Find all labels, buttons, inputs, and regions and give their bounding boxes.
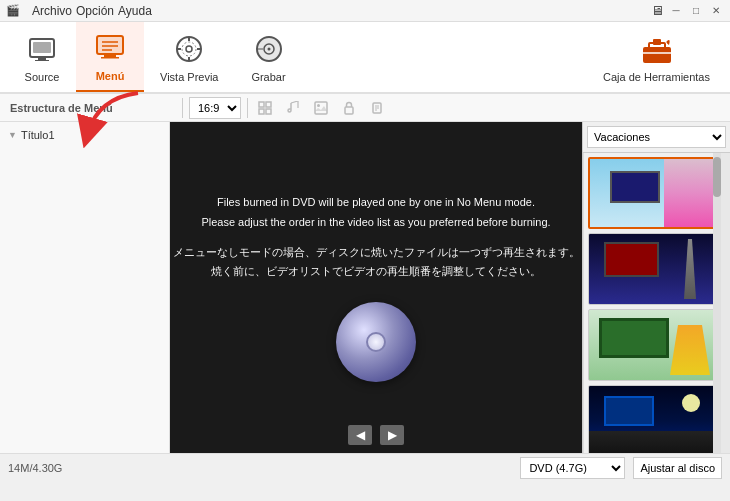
vista-previa-button[interactable]: Vista Previa <box>144 22 235 92</box>
vista-previa-label: Vista Previa <box>160 71 219 83</box>
menu-icon <box>92 30 128 66</box>
grabar-label: Grabar <box>251 71 285 83</box>
svg-rect-27 <box>259 102 264 107</box>
svg-rect-29 <box>259 109 264 114</box>
svg-rect-25 <box>653 39 661 45</box>
grid-icon-button[interactable] <box>254 97 276 119</box>
maximize-button[interactable]: □ <box>688 3 704 19</box>
svg-rect-10 <box>101 57 119 59</box>
menu-label: Menú <box>96 70 125 82</box>
divider <box>182 98 183 118</box>
preview-line1: Files burned in DVD will be played one b… <box>173 193 580 213</box>
thumbnail-3[interactable] <box>588 309 713 381</box>
svg-rect-4 <box>97 36 123 54</box>
preview-area: Files burned in DVD will be played one b… <box>170 122 582 453</box>
svg-point-34 <box>317 104 320 107</box>
preview-content: Files burned in DVD will be played one b… <box>170 122 582 453</box>
toolbox-button[interactable]: Caja de Herramientas <box>591 23 722 91</box>
svg-rect-35 <box>345 107 353 114</box>
grabar-icon <box>251 31 287 67</box>
menu-bar-ayuda[interactable]: Ayuda <box>118 4 152 18</box>
preview-line3: メニューなしモードの場合、ディスクに焼いたファイルは一つずつ再生されます。 <box>173 243 580 263</box>
image-icon-button[interactable] <box>310 97 332 119</box>
music-icon-button[interactable] <box>282 97 304 119</box>
disk-usage: 14M/4.30G <box>8 462 62 474</box>
lock-icon-button[interactable] <box>338 97 360 119</box>
preview-line4: 焼く前に、ビデオリストでビデオの再生順番を調整してください。 <box>173 262 580 282</box>
source-icon <box>24 31 60 67</box>
app-icon: 🎬 <box>6 4 20 17</box>
source-button[interactable]: Source <box>8 22 76 92</box>
right-panel-container: Vacaciones Trabajo Familia <box>582 122 730 453</box>
svg-rect-2 <box>38 58 46 60</box>
tree-item-titulo1[interactable]: ▼ Título1 <box>4 126 165 144</box>
preview-navigation: ◀ ▶ <box>348 425 404 445</box>
tree-arrow: ▼ <box>8 130 17 140</box>
main-area: ▼ Título1 Files burned in DVD will be pl… <box>0 122 730 453</box>
svg-rect-28 <box>266 102 271 107</box>
theme-select[interactable]: Vacaciones Trabajo Familia <box>587 126 726 148</box>
toolbar: Source Menú <box>0 22 730 94</box>
monitor-icon: 🖥 <box>651 3 664 18</box>
settings-icon-button[interactable] <box>366 97 388 119</box>
scroll-track[interactable] <box>713 153 721 453</box>
toolbox-label: Caja de Herramientas <box>603 71 710 83</box>
svg-point-21 <box>267 48 270 51</box>
source-label: Source <box>25 71 60 83</box>
minimize-button[interactable]: ─ <box>668 3 684 19</box>
preview-text: Files burned in DVD will be played one b… <box>173 193 580 282</box>
svg-rect-9 <box>104 55 116 57</box>
status-bar: 14M/4.30G DVD (4.7G) DVD DL (8.5G) Blu-r… <box>0 453 730 481</box>
toolbox-icon <box>639 31 675 67</box>
dvd-type-select[interactable]: DVD (4.7G) DVD DL (8.5G) Blu-ray (25G) <box>520 457 625 479</box>
title-bar: 🎬 Archivo Opción Ayuda 🖥 ─ □ ✕ <box>0 0 730 22</box>
preview-line2: Please adjust the order in the video lis… <box>173 213 580 233</box>
left-panel: ▼ Título1 <box>0 122 170 453</box>
aspect-ratio-select[interactable]: 16:9 4:3 <box>189 97 241 119</box>
svg-rect-30 <box>266 109 271 114</box>
svg-line-31 <box>291 101 298 103</box>
prev-button[interactable]: ◀ <box>348 425 372 445</box>
svg-rect-1 <box>33 42 51 53</box>
thumbnail-list <box>583 153 713 453</box>
sub-toolbar: Estructura de Menú 16:9 4:3 <box>0 94 730 122</box>
menu-button[interactable]: Menú <box>76 22 144 92</box>
close-button[interactable]: ✕ <box>708 3 724 19</box>
grabar-button[interactable]: Grabar <box>235 22 303 92</box>
tree-item-label: Título1 <box>21 129 55 141</box>
menu-bar-archivo[interactable]: Archivo <box>32 4 72 18</box>
svg-rect-3 <box>35 60 49 61</box>
svg-point-17 <box>182 42 196 56</box>
svg-rect-33 <box>315 102 327 114</box>
divider2 <box>247 98 248 118</box>
thumbnail-4[interactable] <box>588 385 713 453</box>
next-button[interactable]: ▶ <box>380 425 404 445</box>
vista-previa-icon <box>171 31 207 67</box>
svg-point-12 <box>186 46 192 52</box>
structure-label: Estructura de Menú <box>6 102 176 114</box>
thumbnail-1[interactable] <box>588 157 713 229</box>
thumbnail-2[interactable] <box>588 233 713 305</box>
dvd-icon <box>336 302 416 382</box>
scroll-thumb[interactable] <box>713 157 721 197</box>
fit-to-disk-button[interactable]: Ajustar al disco <box>633 457 722 479</box>
menu-bar-opcion[interactable]: Opción <box>76 4 114 18</box>
